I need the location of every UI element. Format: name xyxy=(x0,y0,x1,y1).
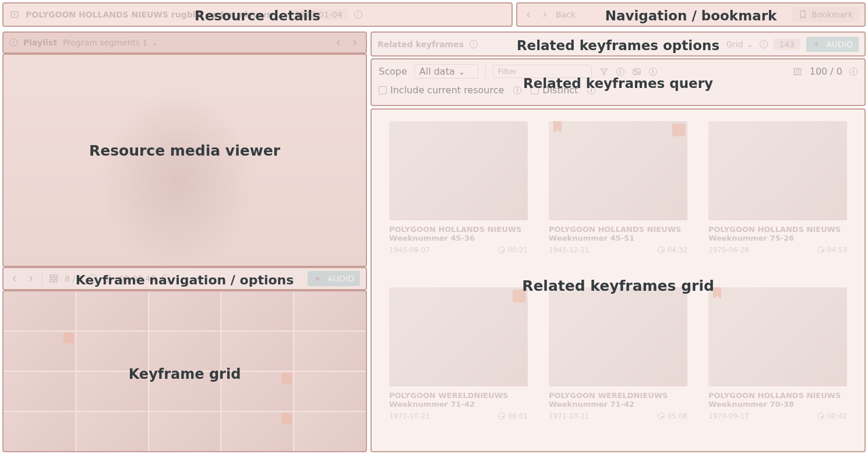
nav-bookmark-bar: Back Bookmark Navigation / bookmark xyxy=(516,2,866,27)
info-icon[interactable]: i xyxy=(760,40,768,48)
audio-button[interactable]: AUDIO xyxy=(308,271,360,286)
related-card[interactable]: POLYGOON HOLLANDS NIEUWSWeeknummer 45-51… xyxy=(549,121,687,273)
info-icon[interactable]: i xyxy=(9,38,17,47)
keyframe-thumb[interactable] xyxy=(76,291,148,330)
related-card[interactable]: POLYGOON HOLLANDS NIEUWSWeeknummer 70-38… xyxy=(708,287,847,439)
clock-icon xyxy=(498,413,505,420)
keyframe-thumb[interactable] xyxy=(76,332,148,371)
filter-input[interactable] xyxy=(493,65,592,78)
kf-timecode: 02:02:49 xyxy=(119,274,156,283)
playlist-select[interactable]: Program segments 1 ⌄ xyxy=(63,38,158,47)
chevron-down-icon: ⌄ xyxy=(151,38,158,47)
separator xyxy=(485,65,486,78)
media-viewer[interactable]: Resource media viewer xyxy=(2,54,367,267)
related-options-bar: Related keyframes i Grid ⌄ i 143 AUDIO R… xyxy=(371,31,866,57)
resource-title: POLYGOON HOLLANDS NIEUWS rugblik op het … xyxy=(26,10,283,19)
keyframe-thumb[interactable] xyxy=(149,412,221,451)
info-icon[interactable]: i xyxy=(470,40,478,48)
paging-value: 100 / 0 xyxy=(810,66,842,77)
svg-rect-1 xyxy=(50,275,53,278)
related-keyframes-grid: POLYGOON HOLLANDS NIEUWSWeeknummer 45-36… xyxy=(371,108,866,452)
related-card[interactable]: POLYGOON HOLLANDS NIEUWSWeeknummer 45-36… xyxy=(389,121,528,273)
card-meta: 1971-10-2106:01 xyxy=(389,412,528,420)
info-icon[interactable]: i xyxy=(616,68,624,76)
image-icon[interactable] xyxy=(631,66,642,77)
scope-select[interactable]: All data ⌄ xyxy=(414,64,478,79)
card-meta: 1945-09-0700:21 xyxy=(389,246,528,254)
keyframe-thumb[interactable] xyxy=(149,291,221,330)
info-icon[interactable]: i xyxy=(513,86,521,94)
card-thumbnail[interactable] xyxy=(549,287,687,386)
card-title: POLYGOON HOLLANDS NIEUWS xyxy=(389,225,528,234)
keyframe-nav-bar: 8 / 4 i 02:02:49 i AUDIO Keyframe naviga… xyxy=(2,267,367,290)
card-thumbnail[interactable] xyxy=(389,287,528,386)
playlist-prev-icon[interactable] xyxy=(333,37,344,48)
keyframe-thumb[interactable] xyxy=(3,291,75,330)
resource-details-bar: POLYGOON HOLLANDS NIEUWS rugblik op het … xyxy=(2,2,513,27)
card-subtitle: Weeknummer 75-26 xyxy=(708,234,847,242)
audio-label: AUDIO xyxy=(826,40,853,49)
include-label: Include current resource xyxy=(390,85,504,96)
card-timecode: 06:01 xyxy=(498,412,528,420)
keyframe-thumb[interactable] xyxy=(3,412,75,451)
related-title: Related keyframes xyxy=(377,40,464,49)
card-meta: 1971-10-2105:08 xyxy=(549,412,687,420)
columns-icon[interactable] xyxy=(792,66,803,77)
card-thumbnail[interactable] xyxy=(708,287,847,386)
back-label[interactable]: Back xyxy=(556,10,576,19)
audio-icon xyxy=(812,39,823,50)
info-icon[interactable]: i xyxy=(161,274,170,283)
keyframe-thumb[interactable] xyxy=(294,291,366,330)
nav-prev-icon[interactable] xyxy=(523,9,534,20)
svg-rect-3 xyxy=(50,279,53,282)
keyframe-thumb[interactable] xyxy=(221,291,293,330)
grid-icon xyxy=(48,273,59,284)
keyframe-thumb[interactable] xyxy=(294,412,366,451)
card-thumbnail[interactable] xyxy=(389,121,528,220)
resource-type-icon xyxy=(9,9,20,20)
keyframe-thumb[interactable] xyxy=(3,372,75,411)
include-current-checkbox[interactable]: Include current resource xyxy=(379,85,504,96)
card-thumbnail[interactable] xyxy=(708,121,847,220)
keyframe-thumb[interactable] xyxy=(294,332,366,371)
playlist-next-icon[interactable] xyxy=(350,37,360,48)
info-icon[interactable]: i xyxy=(354,10,362,19)
filter-icon[interactable] xyxy=(599,66,609,77)
related-card[interactable]: POLYGOON WERELDNIEUWSWeeknummer 71-42197… xyxy=(549,287,687,439)
keyframe-thumb[interactable] xyxy=(221,412,293,451)
keyframe-thumb[interactable] xyxy=(149,332,221,371)
kf-next-icon[interactable] xyxy=(26,273,36,284)
info-icon[interactable]: i xyxy=(849,68,858,76)
card-meta: 1970-09-1700:42 xyxy=(708,412,847,420)
keyframe-thumb[interactable] xyxy=(221,332,293,371)
svg-rect-2 xyxy=(54,275,57,278)
card-title: POLYGOON HOLLANDS NIEUWS xyxy=(708,391,847,400)
info-icon[interactable]: i xyxy=(89,274,97,283)
keyframe-thumb[interactable] xyxy=(3,332,75,371)
card-timecode: 00:21 xyxy=(498,246,528,254)
keyframe-thumb[interactable] xyxy=(294,372,366,411)
kf-prev-icon[interactable] xyxy=(9,273,20,284)
audio-button[interactable]: AUDIO xyxy=(806,37,859,52)
layout-select[interactable]: Grid ⌄ xyxy=(726,40,753,49)
related-card[interactable]: POLYGOON WERELDNIEUWSWeeknummer 71-42197… xyxy=(389,287,528,439)
info-icon[interactable]: i xyxy=(649,68,657,76)
card-subtitle: Weeknummer 71-42 xyxy=(389,400,528,409)
card-title: POLYGOON HOLLANDS NIEUWS xyxy=(549,225,687,234)
keyframe-thumb[interactable] xyxy=(76,412,148,451)
keyframe-thumb[interactable] xyxy=(221,372,293,411)
related-card[interactable]: POLYGOON HOLLANDS NIEUWSWeeknummer 75-26… xyxy=(708,121,847,273)
nav-next-icon[interactable] xyxy=(539,9,550,20)
info-icon[interactable]: i xyxy=(587,86,595,94)
distinct-checkbox[interactable]: Distinct xyxy=(531,85,578,96)
clock-icon xyxy=(498,247,505,254)
card-timecode: 04:32 xyxy=(658,246,687,254)
clock-icon xyxy=(817,413,824,420)
card-thumbnail[interactable] xyxy=(549,121,687,220)
bookmark-button[interactable]: Bookmark xyxy=(792,7,859,22)
card-title: POLYGOON WERELDNIEUWS xyxy=(389,391,528,400)
keyframe-thumb[interactable] xyxy=(76,372,148,411)
chevron-down-icon: ⌄ xyxy=(747,40,754,49)
keyframe-thumb[interactable] xyxy=(149,372,221,411)
clock-icon xyxy=(658,247,665,254)
